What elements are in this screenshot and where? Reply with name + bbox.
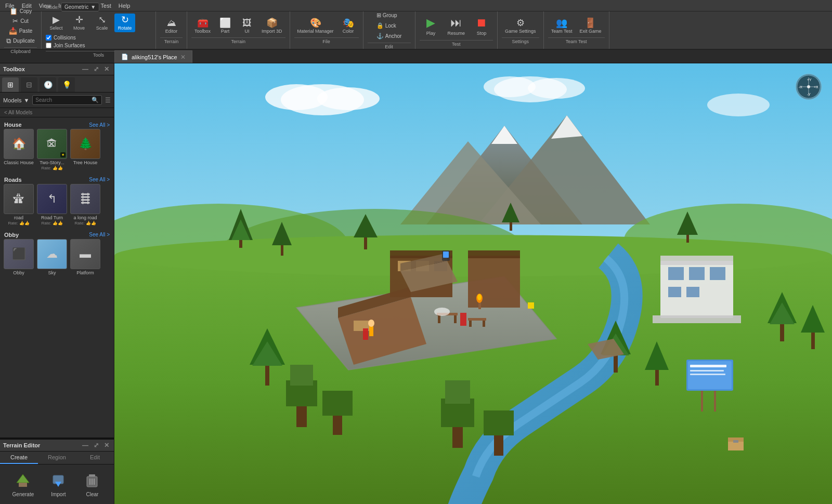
two-story-thumb: 🏚 ★ <box>37 129 67 159</box>
svg-rect-94 <box>438 315 440 323</box>
terrain-editor-expand-button[interactable]: ⤢ <box>92 441 100 449</box>
toolbox-expand-button[interactable]: ⤢ <box>92 65 100 73</box>
svg-rect-48 <box>653 315 741 323</box>
long-road-item[interactable]: 🛤 a long road Rate: 👍👍 <box>70 184 101 226</box>
group-button[interactable]: ⊞ Group <box>374 11 404 20</box>
svg-point-102 <box>434 308 450 316</box>
game-settings-button[interactable]: ⚙ Game Settings <box>502 17 539 35</box>
roads-category-label: Roads <box>4 177 22 183</box>
select-button[interactable]: ▶ Select <box>46 14 67 32</box>
svg-rect-82 <box>290 365 313 386</box>
svg-text:+X: +X <box>814 85 818 89</box>
filter-options-icon[interactable]: ☰ <box>105 97 111 104</box>
toolbox-close-button[interactable]: ✕ <box>102 65 111 73</box>
terrain-label: Terrain <box>160 37 183 44</box>
part-button[interactable]: ⬜ Part <box>215 17 236 35</box>
toolbox-button[interactable]: 🧰 Toolbox <box>191 17 214 35</box>
generate-tool-button[interactable]: Generate <box>10 469 37 500</box>
toolbox-tab-meshes[interactable]: ⊟ <box>21 77 37 92</box>
road-turn-icon: ↰ <box>47 192 57 206</box>
rotate-button[interactable]: ↻ Rotate <box>114 14 135 32</box>
svg-rect-42 <box>660 256 733 265</box>
test-section-label: Test <box>420 40 493 47</box>
anchor-button[interactable]: ⚓ Anchor <box>374 32 404 41</box>
import-icon <box>49 471 68 490</box>
terrain-editor-minimize-button[interactable]: — <box>81 441 90 449</box>
editor-button[interactable]: ⛰ Editor <box>161 17 182 35</box>
color-button[interactable]: 🎭 Color <box>338 17 359 35</box>
edit-section-label: Edit <box>368 43 411 49</box>
obby3-icon: ▬ <box>80 247 91 261</box>
obby1-item[interactable]: ⬛ Obby <box>3 239 34 276</box>
duplicate-button[interactable]: ⧉ Duplicate <box>4 36 37 45</box>
terrain-tab-edit[interactable]: Edit <box>76 452 114 464</box>
clear-tool-button[interactable]: Clear <box>80 469 104 500</box>
lock-button[interactable]: 🔒 Lock <box>374 21 404 30</box>
svg-text:-Y: -Y <box>807 92 811 96</box>
road-rating: Rate: 👍👍 <box>8 221 29 226</box>
tab-close-button[interactable]: ✕ <box>180 54 186 61</box>
scene-svg <box>114 63 832 504</box>
terrain-editor-controls: — ⤢ ✕ <box>81 441 111 449</box>
join-surfaces-checkbox[interactable]: Join Surfaces <box>46 42 151 49</box>
cut-button[interactable]: ✂ Cut <box>4 17 37 25</box>
toolbox-minimize-button[interactable]: — <box>81 65 90 73</box>
tab-aliking512-place[interactable]: 📄 aliking512's Place ✕ <box>114 50 192 63</box>
road-turn-name: Road Turn <box>41 215 63 221</box>
mode-selector[interactable]: Geometric ▼ <box>61 3 99 11</box>
long-road-icon: 🛤 <box>80 192 91 206</box>
obby3-item[interactable]: ▬ Platform <box>70 239 101 276</box>
toolbox-tab-models[interactable]: ⊞ <box>2 77 19 92</box>
house-see-all-link[interactable]: See All > <box>89 122 110 128</box>
material-manager-button[interactable]: 🎨 Material Manager <box>294 17 337 35</box>
exit-game-button[interactable]: 🚪 Exit Game <box>576 17 604 35</box>
obby-see-all-link[interactable]: See All > <box>89 232 110 237</box>
obby2-item[interactable]: ☁ Sky <box>36 239 68 276</box>
terrain-tab-create[interactable]: Create <box>0 452 38 464</box>
obby2-icon: ☁ <box>46 247 58 261</box>
classic-house-item[interactable]: 🏠 Classic House <box>3 129 34 170</box>
terrain-tools-group: Generate Import <box>0 465 114 504</box>
filter-dropdown[interactable]: Models ▼ <box>3 97 29 103</box>
stop-button[interactable]: ⏹ Stop <box>470 14 493 38</box>
terrain-editor-title: Terrain Editor <box>3 442 40 448</box>
toolbox-tabs: ⊞ ⊟ 🕐 💡 <box>0 75 114 92</box>
two-story-stars: 👍👍 <box>53 166 63 170</box>
resume-button[interactable]: ⏭ Resume <box>444 14 470 38</box>
collisions-checkbox[interactable]: Collisions <box>46 34 151 41</box>
scale-button[interactable]: ⤡ Scale <box>92 14 112 32</box>
viewport[interactable]: +Y +X -Y -X <box>114 63 832 504</box>
svg-rect-87 <box>445 380 470 404</box>
svg-rect-45 <box>710 267 725 280</box>
import-label: Import <box>51 492 66 497</box>
paste-button[interactable]: 📥 Paste <box>4 26 37 35</box>
import-tool-button[interactable]: Import <box>46 469 70 500</box>
search-input[interactable] <box>35 97 92 103</box>
road-item[interactable]: 🛣 road Rate: 👍👍 <box>3 184 34 226</box>
two-story-item[interactable]: 🏚 ★ Two-Story... Rate: 👍👍 <box>36 129 68 170</box>
terrain-editor-panel: Terrain Editor — ⤢ ✕ Create Region Edit <box>0 439 114 504</box>
left-panel: Toolbox — ⤢ ✕ ⊞ ⊟ 🕐 💡 Models ▼ <box>0 63 114 504</box>
generate-icon <box>14 471 32 490</box>
road-turn-item[interactable]: ↰ Road Turn Rate: 👍👍 <box>36 184 68 226</box>
obby3-thumb: ▬ <box>70 239 100 269</box>
ui-button[interactable]: 🖼 UI <box>237 17 257 35</box>
svg-point-14 <box>484 76 536 97</box>
svg-rect-97 <box>469 321 472 327</box>
roads-see-all-link[interactable]: See All > <box>89 177 110 182</box>
play-button[interactable]: ▶ Play <box>420 14 443 38</box>
all-models-breadcrumb[interactable]: < All Models <box>0 108 114 117</box>
team-test-button[interactable]: 👥 Team Test <box>548 17 576 35</box>
tree-house-item[interactable]: 🌲 Tree House <box>70 129 101 170</box>
import3d-button[interactable]: 📦 Import 3D <box>258 17 285 35</box>
test-section: ▶ Play ⏭ Resume ⏹ Stop Test <box>415 11 498 49</box>
road-turn-stars: 👍👍 <box>53 221 63 226</box>
svg-rect-110 <box>443 251 449 258</box>
move-button[interactable]: ✛ Move <box>69 14 89 32</box>
obby1-thumb: ⬛ <box>4 239 34 269</box>
terrain-editor-close-button[interactable]: ✕ <box>102 441 111 449</box>
terrain-tab-region[interactable]: Region <box>38 452 76 464</box>
toolbox-tab-featured[interactable]: 💡 <box>58 77 75 92</box>
toolbox-tab-recent[interactable]: 🕐 <box>40 77 56 92</box>
copy-button[interactable]: 📋 Copy <box>4 7 37 16</box>
